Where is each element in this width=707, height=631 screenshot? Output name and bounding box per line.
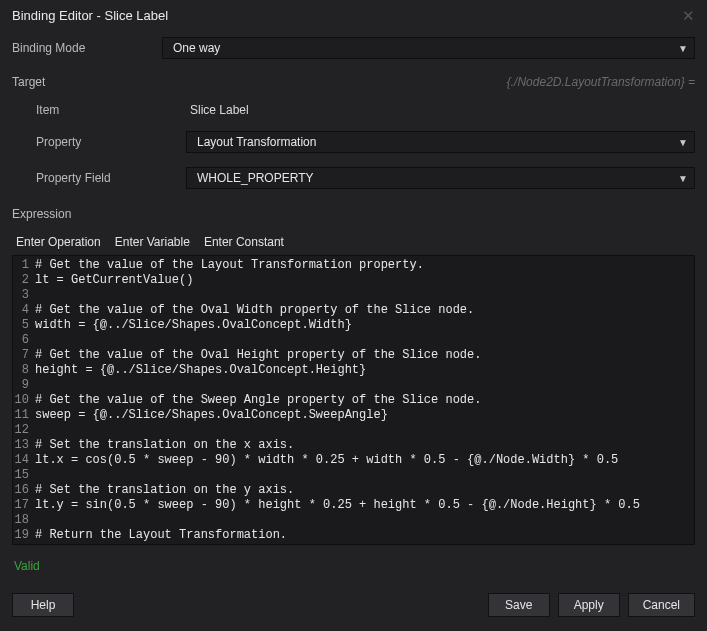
code-text: height = {@../Slice/Shapes.OvalConcept.H… (35, 363, 366, 378)
code-text: # Get the value of the Oval Height prope… (35, 348, 481, 363)
line-number: 5 (13, 318, 35, 333)
enter-constant-button[interactable]: Enter Constant (204, 235, 284, 249)
code-line: 10# Get the value of the Sweep Angle pro… (13, 393, 694, 408)
target-path: {./Node2D.LayoutTransformation} = (507, 75, 695, 89)
line-number: 14 (13, 453, 35, 468)
line-number: 9 (13, 378, 35, 393)
expression-panel: Enter Operation Enter Variable Enter Con… (12, 235, 695, 575)
code-line: 9 (13, 378, 694, 393)
chevron-down-icon: ▼ (678, 43, 688, 54)
titlebar: Binding Editor - Slice Label ✕ (0, 0, 707, 37)
line-number: 6 (13, 333, 35, 348)
line-number: 2 (13, 273, 35, 288)
expression-ops: Enter Operation Enter Variable Enter Con… (12, 235, 695, 249)
code-text: lt.y = sin(0.5 * sweep - 90) * height * … (35, 498, 640, 513)
binding-mode-select[interactable]: One way ▼ (162, 37, 695, 59)
footer: Help Save Apply Cancel (0, 579, 707, 631)
property-field-value: WHOLE_PROPERTY (197, 171, 313, 185)
code-text: # Set the translation on the y axis. (35, 483, 294, 498)
code-line: 19# Return the Layout Transformation. (13, 528, 694, 543)
line-number: 15 (13, 468, 35, 483)
code-line: 20lt (13, 543, 694, 545)
code-line: 7# Get the value of the Oval Height prop… (13, 348, 694, 363)
line-number: 20 (13, 543, 35, 545)
code-line: 6 (13, 333, 694, 348)
target-row: Target {./Node2D.LayoutTransformation} = (12, 73, 695, 89)
code-line: 2lt = GetCurrentValue() (13, 273, 694, 288)
property-row: Property Layout Transformation ▼ (12, 131, 695, 153)
expression-editor[interactable]: 1# Get the value of the Layout Transform… (12, 255, 695, 545)
code-text: # Get the value of the Oval Width proper… (35, 303, 474, 318)
item-row: Item Slice Label (12, 103, 695, 117)
line-number: 3 (13, 288, 35, 303)
apply-button[interactable]: Apply (558, 593, 620, 617)
code-text: lt = GetCurrentValue() (35, 273, 193, 288)
code-line: 8height = {@../Slice/Shapes.OvalConcept.… (13, 363, 694, 378)
chevron-down-icon: ▼ (678, 137, 688, 148)
code-text: # Return the Layout Transformation. (35, 528, 287, 543)
binding-editor-window: Binding Editor - Slice Label ✕ Binding M… (0, 0, 707, 631)
code-line: 17lt.y = sin(0.5 * sweep - 90) * height … (13, 498, 694, 513)
property-field-label: Property Field (12, 171, 176, 185)
code-text: # Set the translation on the x axis. (35, 438, 294, 453)
line-number: 10 (13, 393, 35, 408)
code-line: 14lt.x = cos(0.5 * sweep - 90) * width *… (13, 453, 694, 468)
close-icon[interactable]: ✕ (682, 8, 695, 23)
line-number: 7 (13, 348, 35, 363)
line-number: 16 (13, 483, 35, 498)
line-number: 12 (13, 423, 35, 438)
line-number: 11 (13, 408, 35, 423)
footer-button-group: Save Apply Cancel (488, 593, 695, 617)
code-text: # Get the value of the Layout Transforma… (35, 258, 424, 273)
enter-operation-button[interactable]: Enter Operation (16, 235, 101, 249)
item-label: Item (12, 103, 176, 117)
property-field-row: Property Field WHOLE_PROPERTY ▼ (12, 167, 695, 189)
code-line: 5width = {@../Slice/Shapes.OvalConcept.W… (13, 318, 694, 333)
property-field-select[interactable]: WHOLE_PROPERTY ▼ (186, 167, 695, 189)
line-number: 18 (13, 513, 35, 528)
line-number: 1 (13, 258, 35, 273)
chevron-down-icon: ▼ (678, 173, 688, 184)
expression-status: Valid (12, 551, 695, 575)
binding-mode-row: Binding Mode One way ▼ (12, 37, 695, 59)
cancel-button[interactable]: Cancel (628, 593, 695, 617)
dialog-body: Binding Mode One way ▼ Target {./Node2D.… (0, 37, 707, 579)
line-number: 13 (13, 438, 35, 453)
code-line: 1# Get the value of the Layout Transform… (13, 258, 694, 273)
code-line: 3 (13, 288, 694, 303)
code-line: 13# Set the translation on the x axis. (13, 438, 694, 453)
binding-mode-value: One way (173, 41, 220, 55)
property-select[interactable]: Layout Transformation ▼ (186, 131, 695, 153)
code-line: 16# Set the translation on the y axis. (13, 483, 694, 498)
code-line: 15 (13, 468, 694, 483)
line-number: 19 (13, 528, 35, 543)
code-text: sweep = {@../Slice/Shapes.OvalConcept.Sw… (35, 408, 388, 423)
property-value: Layout Transformation (197, 135, 316, 149)
binding-mode-label: Binding Mode (12, 41, 152, 55)
line-number: 17 (13, 498, 35, 513)
code-line: 11sweep = {@../Slice/Shapes.OvalConcept.… (13, 408, 694, 423)
code-text: lt.x = cos(0.5 * sweep - 90) * width * 0… (35, 453, 618, 468)
line-number: 4 (13, 303, 35, 318)
save-button[interactable]: Save (488, 593, 550, 617)
enter-variable-button[interactable]: Enter Variable (115, 235, 190, 249)
line-number: 8 (13, 363, 35, 378)
code-text: # Get the value of the Sweep Angle prope… (35, 393, 481, 408)
code-line: 12 (13, 423, 694, 438)
code-line: 18 (13, 513, 694, 528)
code-text: width = {@../Slice/Shapes.OvalConcept.Wi… (35, 318, 352, 333)
code-line: 4# Get the value of the Oval Width prope… (13, 303, 694, 318)
code-text: lt (35, 543, 49, 545)
property-label: Property (12, 135, 176, 149)
help-button[interactable]: Help (12, 593, 74, 617)
item-value: Slice Label (186, 103, 249, 117)
target-label: Target (12, 75, 152, 89)
expression-label: Expression (12, 207, 695, 221)
window-title: Binding Editor - Slice Label (12, 8, 168, 23)
